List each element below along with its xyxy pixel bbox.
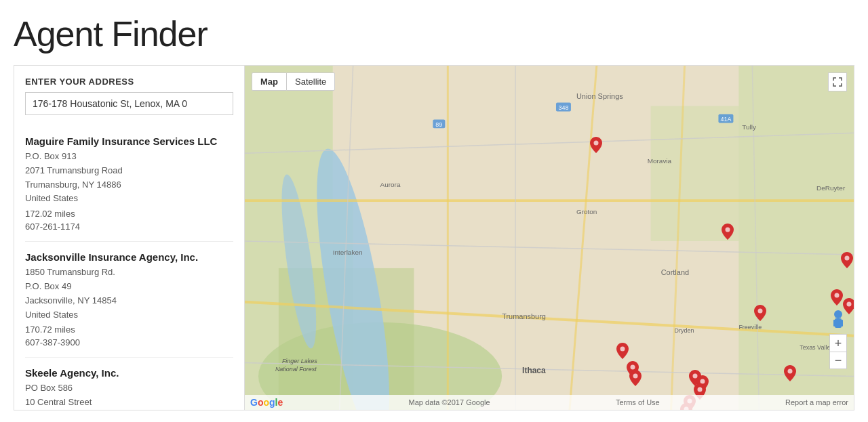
svg-point-44: [726, 227, 730, 232]
svg-point-49: [620, 347, 625, 352]
map-view-controls: Map Satellite: [252, 72, 335, 91]
svg-point-57: [788, 369, 793, 374]
svg-text:Groton: Groton: [576, 208, 597, 215]
svg-text:Texas Valley: Texas Valley: [800, 344, 833, 351]
report-link[interactable]: Report a map error: [785, 398, 848, 406]
fullscreen-button[interactable]: [828, 72, 847, 91]
svg-point-41: [593, 141, 598, 146]
map-pin[interactable]: [831, 289, 843, 305]
svg-point-51: [633, 374, 637, 379]
page-title: Agent Finder: [14, 14, 854, 54]
svg-text:348: 348: [558, 104, 568, 111]
svg-point-54: [697, 387, 702, 392]
zoom-in-button[interactable]: +: [829, 334, 847, 352]
page-wrapper: Agent Finder ENTER YOUR ADDRESS Maguire …: [0, 0, 868, 410]
svg-text:Cortland: Cortland: [661, 268, 689, 276]
map-pin[interactable]: [754, 305, 766, 321]
svg-rect-5: [651, 106, 739, 241]
map-pin[interactable]: [590, 137, 602, 153]
agent-distance: 170.72 miles: [25, 324, 233, 335]
svg-text:Trumansburg: Trumansburg: [502, 312, 546, 320]
google-maps-logo: Google: [250, 397, 283, 408]
map-copyright: Map data ©2017 Google: [409, 398, 490, 406]
agent-name: Maguire Family Insurance Services LLC: [25, 135, 233, 147]
left-panel: ENTER YOUR ADDRESS Maguire Family Insura…: [14, 66, 245, 410]
svg-rect-61: [833, 320, 837, 326]
agent-address: P.O. Box 9132071 Trumansburg RoadTrumans…: [25, 150, 233, 206]
map-footer: Google Map data ©2017 Google Terms of Us…: [245, 395, 854, 410]
svg-rect-62: [840, 320, 843, 326]
pegman[interactable]: [829, 310, 847, 334]
svg-text:Aurora: Aurora: [380, 181, 401, 188]
svg-text:Tully: Tully: [742, 123, 756, 131]
agent-address: PO Box 58610 Central StreetMoravia, NY 1…: [25, 381, 233, 410]
svg-text:41A: 41A: [720, 116, 731, 123]
svg-text:National Forest: National Forest: [275, 366, 317, 373]
agent-item: Maguire Family Insurance Services LLCP.O…: [25, 126, 233, 242]
map-pin[interactable]: [629, 370, 642, 386]
map-pin[interactable]: [722, 224, 734, 240]
address-label: ENTER YOUR ADDRESS: [25, 77, 233, 87]
svg-point-48: [758, 308, 763, 313]
svg-text:Finger Lakes: Finger Lakes: [282, 358, 317, 364]
svg-text:Union Springs: Union Springs: [576, 92, 623, 100]
svg-text:Freeville: Freeville: [738, 324, 762, 331]
svg-point-45: [845, 255, 850, 260]
map-view-button[interactable]: Map: [252, 72, 286, 91]
map-pin[interactable]: [841, 252, 853, 268]
svg-point-50: [630, 365, 635, 370]
map-pin[interactable]: [616, 343, 629, 359]
main-layout: ENTER YOUR ADDRESS Maguire Family Insura…: [14, 65, 854, 410]
zoom-out-button[interactable]: −: [829, 352, 847, 369]
map-container: Union Springs Moravia Groton Cortland Tr…: [245, 66, 854, 410]
pegman-icon: [829, 310, 847, 331]
svg-text:Interlaken: Interlaken: [333, 249, 363, 256]
agent-item: Skeele Agency, Inc.PO Box 58610 Central …: [25, 358, 233, 410]
svg-text:Dryden: Dryden: [675, 327, 694, 334]
agent-item: Jacksonville Insurance Agency, Inc.1850 …: [25, 242, 233, 358]
svg-text:DeRuyter: DeRuyter: [816, 184, 846, 192]
address-section: ENTER YOUR ADDRESS: [25, 77, 233, 115]
map-background: Union Springs Moravia Groton Cortland Tr…: [245, 66, 854, 410]
svg-text:Moravia: Moravia: [648, 157, 672, 165]
agent-phone: 607-387-3900: [25, 337, 233, 347]
agent-name: Skeele Agency, Inc.: [25, 367, 233, 379]
address-input[interactable]: [25, 92, 233, 115]
agent-distance: 172.02 miles: [25, 209, 233, 219]
agent-phone: 607-261-1174: [25, 221, 233, 232]
svg-point-46: [835, 293, 840, 297]
terms-link[interactable]: Terms of Use: [616, 398, 660, 406]
agent-name: Jacksonville Insurance Agency, Inc.: [25, 251, 233, 263]
svg-point-59: [834, 310, 842, 318]
svg-text:89: 89: [435, 121, 442, 128]
map-pin[interactable]: [784, 365, 796, 381]
svg-point-47: [847, 301, 852, 306]
svg-text:Ithaca: Ithaca: [522, 366, 546, 375]
zoom-controls: + −: [829, 334, 847, 369]
agent-list: Maguire Family Insurance Services LLCP.O…: [25, 126, 233, 410]
agent-address: 1850 Trumansburg Rd.P.O. Box 49Jacksonvi…: [25, 266, 233, 322]
satellite-view-button[interactable]: Satellite: [286, 72, 335, 91]
